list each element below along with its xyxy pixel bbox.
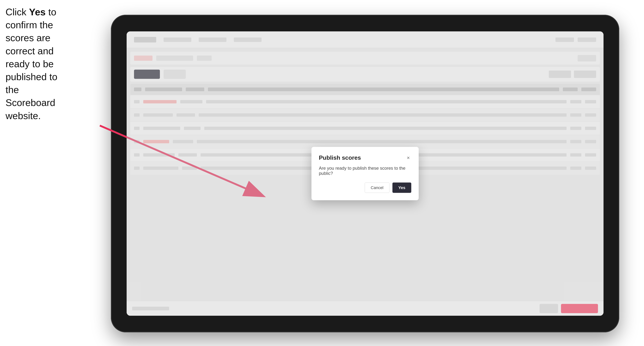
tablet-screen: Publish scores × Are you ready to publis…	[126, 31, 604, 316]
cancel-button[interactable]: Cancel	[365, 182, 390, 193]
tablet-device: Publish scores × Are you ready to publis…	[111, 15, 619, 332]
modal-title: Publish scores	[319, 154, 361, 161]
modal-body-text: Are you ready to publish these scores to…	[319, 166, 411, 176]
modal-footer: Cancel Yes	[319, 182, 411, 193]
modal-close-button[interactable]: ×	[405, 155, 411, 161]
modal-header: Publish scores ×	[319, 154, 411, 161]
yes-button[interactable]: Yes	[392, 182, 411, 193]
publish-scores-modal: Publish scores × Are you ready to publis…	[312, 147, 419, 200]
